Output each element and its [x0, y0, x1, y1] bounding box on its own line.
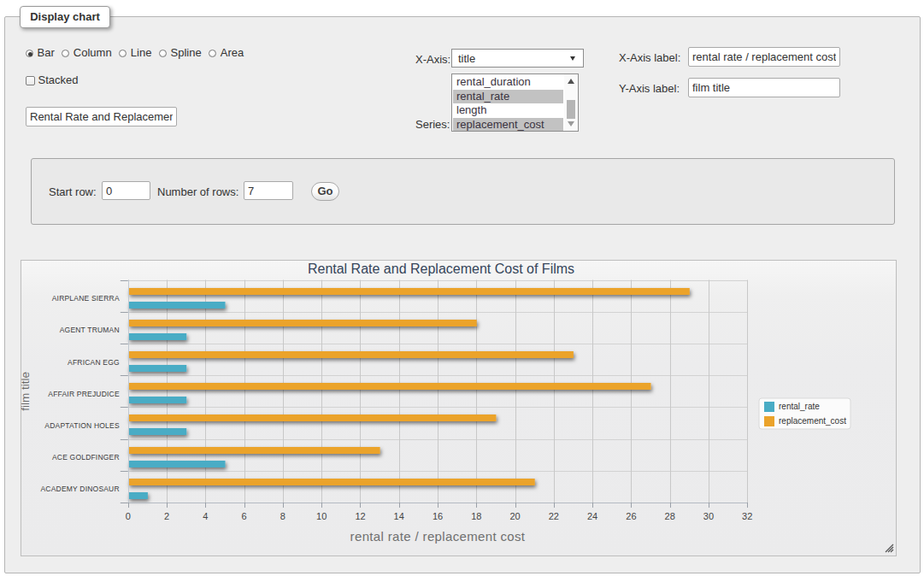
svg-text:0: 0 — [126, 511, 131, 521]
svg-text:30: 30 — [703, 511, 714, 521]
svg-text:26: 26 — [626, 511, 636, 521]
svg-text:AGENT TRUMAN: AGENT TRUMAN — [60, 326, 120, 334]
svg-text:AFFAIR PREJUDICE: AFFAIR PREJUDICE — [48, 390, 120, 398]
svg-text:rental rate / replacement cost: rental rate / replacement cost — [350, 529, 526, 544]
svg-text:ACE GOLDFINGER: ACE GOLDFINGER — [52, 453, 120, 461]
svg-text:8: 8 — [280, 511, 285, 521]
svg-text:32: 32 — [742, 511, 752, 521]
svg-text:24: 24 — [587, 511, 597, 521]
svg-text:ADAPTATION HOLES: ADAPTATION HOLES — [44, 421, 120, 430]
svg-text:4: 4 — [203, 511, 208, 521]
svg-text:12: 12 — [355, 511, 365, 521]
svg-text:14: 14 — [394, 511, 404, 521]
svg-text:2: 2 — [164, 511, 169, 521]
svg-text:AIRPLANE SIERRA: AIRPLANE SIERRA — [52, 294, 120, 303]
svg-text:rental_rate: rental_rate — [779, 402, 820, 411]
svg-text:6: 6 — [242, 511, 247, 521]
svg-text:replacement_cost: replacement_cost — [779, 416, 846, 426]
svg-text:22: 22 — [549, 511, 559, 521]
svg-text:20: 20 — [509, 511, 520, 521]
svg-text:18: 18 — [471, 511, 481, 521]
svg-text:16: 16 — [433, 511, 443, 521]
svg-text:AFRICAN EGG: AFRICAN EGG — [68, 358, 120, 367]
svg-text:Rental Rate and Replacement Co: Rental Rate and Replacement Cost of Film… — [308, 262, 574, 276]
svg-text:10: 10 — [316, 511, 327, 521]
svg-text:film title: film title — [21, 372, 32, 411]
svg-text:ACADEMY DINOSAUR: ACADEMY DINOSAUR — [40, 485, 119, 493]
svg-text:28: 28 — [665, 511, 675, 521]
